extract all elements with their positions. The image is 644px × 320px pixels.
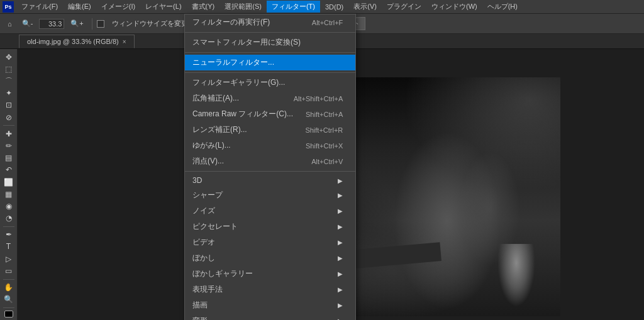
filter-re-apply-shortcut: Alt+Ctrl+F: [312, 19, 343, 26]
filter-lens[interactable]: レンズ補正(R)... Shift+Ctrl+R: [185, 122, 355, 138]
filter-distort-shortcut: Shift+Ctrl+X: [306, 142, 343, 150]
filter-render-arrow: ▶: [338, 286, 343, 293]
tool-zoom[interactable]: 🔍: [2, 294, 16, 305]
filter-wide-angle-shortcut: Alt+Shift+Ctrl+A: [294, 95, 343, 102]
filter-smart-convert[interactable]: スマートフィルター用に変換(S): [185, 35, 355, 50]
filter-re-apply-label: フィルターの再実行(F): [192, 17, 270, 28]
tool-separator-3: [3, 279, 14, 280]
tool-quick-select[interactable]: ✦: [2, 88, 16, 99]
filter-sharpen-label: シャープ: [192, 190, 223, 201]
zoom-input[interactable]: [39, 19, 64, 29]
filter-camera-raw-label: Camera Raw フィルター(C)...: [192, 109, 293, 119]
window-resize-checkbox[interactable]: [97, 20, 104, 28]
filter-re-apply[interactable]: フィルターの再実行(F) Alt+Ctrl+F: [185, 14, 355, 30]
toolbar-separator-1: [92, 18, 92, 30]
filter-sketch-label: 描画: [192, 300, 208, 311]
zoom-in-button[interactable]: 🔍+: [67, 18, 87, 30]
filter-noise-arrow: ▶: [338, 207, 343, 214]
tool-crop[interactable]: ⊡: [2, 100, 16, 111]
photo-sky: [403, 77, 560, 190]
filter-transform[interactable]: 変形 ▶: [185, 313, 355, 320]
filter-3d-label: 3D: [192, 176, 202, 185]
filter-video-label: ビデオ: [192, 237, 215, 248]
left-toolbar: ✥ ⬚ ⌒ ✦ ⊡ ⊘ ✚ ✏ ▤ ↶ ⬜ ▦ ◉ ◔ ✒ T ▷ ▭ ✋ 🔍: [0, 49, 18, 320]
filter-transform-arrow: ▶: [338, 317, 343, 320]
filter-blur-gallery[interactable]: ぼかしギャラリー ▶: [185, 266, 355, 282]
filter-transform-label: 変形: [192, 316, 208, 320]
tool-eraser[interactable]: ⬜: [2, 177, 16, 187]
filter-3d[interactable]: 3D ▶: [185, 174, 355, 187]
menu-file[interactable]: ファイル(F): [16, 1, 63, 13]
tool-history[interactable]: ↶: [2, 165, 16, 175]
filter-wide-angle-label: 広角補正(A)...: [192, 93, 239, 104]
zoom-out-button[interactable]: 🔍-: [18, 18, 37, 30]
filter-3d-arrow: ▶: [338, 177, 343, 184]
filter-video[interactable]: ビデオ ▶: [185, 234, 355, 250]
window-resize-button[interactable]: ウィンドウサイズを変更: [108, 17, 192, 30]
filter-distort[interactable]: ゆがみ(L)... Shift+Ctrl+X: [185, 138, 355, 153]
filter-vanish-label: 消点(V)...: [192, 156, 224, 167]
tool-lasso[interactable]: ⌒: [2, 75, 16, 86]
filter-camera-raw[interactable]: Camera Raw フィルター(C)... Shift+Ctrl+A: [185, 106, 355, 122]
tool-path-select[interactable]: ▷: [2, 253, 16, 264]
tool-blur[interactable]: ◉: [2, 201, 16, 211]
tool-hand[interactable]: ✋: [2, 282, 16, 292]
menu-view[interactable]: 表示(V): [348, 1, 382, 13]
tool-separator-1: [3, 125, 14, 126]
tool-separator-2: [3, 226, 14, 227]
filter-dropdown-menu: フィルターの再実行(F) Alt+Ctrl+F スマートフィルター用に変換(S)…: [184, 14, 356, 320]
tool-pen[interactable]: ✒: [2, 229, 16, 240]
menu-image[interactable]: イメージ(I): [96, 1, 140, 13]
filter-camera-raw-shortcut: Shift+Ctrl+A: [306, 111, 343, 118]
filter-sketch-arrow: ▶: [338, 302, 343, 309]
filter-lens-shortcut: Shift+Ctrl+R: [305, 126, 343, 134]
filter-render[interactable]: 表現手法 ▶: [185, 282, 355, 297]
foreground-color[interactable]: [4, 311, 13, 317]
tool-stamp[interactable]: ▤: [2, 153, 16, 163]
menu-text[interactable]: 書式(Y): [187, 1, 220, 13]
tool-dodge[interactable]: ◔: [2, 213, 16, 224]
filter-blur-arrow: ▶: [338, 255, 343, 262]
filter-pixelate-arrow: ▶: [338, 223, 343, 230]
filter-gallery[interactable]: フィルターギャラリー(G)...: [185, 75, 355, 91]
tool-gradient[interactable]: ▦: [2, 189, 16, 199]
filter-neural[interactable]: ニューラルフィルター...: [185, 55, 355, 70]
tool-heal[interactable]: ✚: [2, 128, 16, 139]
tool-rect-select[interactable]: ⬚: [2, 63, 16, 74]
tool-text[interactable]: T: [2, 241, 16, 252]
filter-noise[interactable]: ノイズ ▶: [185, 203, 355, 219]
menu-help[interactable]: ヘルプ(H): [482, 1, 523, 13]
tool-eyedropper[interactable]: ⊘: [2, 112, 16, 123]
menu-layer[interactable]: レイヤー(L): [140, 1, 186, 13]
menu-select[interactable]: 選択範囲(S): [219, 1, 267, 13]
filter-smart-convert-label: スマートフィルター用に変換(S): [192, 37, 301, 48]
menu-edit[interactable]: 編集(E): [63, 1, 96, 13]
filter-sketch[interactable]: 描画 ▶: [185, 297, 355, 313]
menu-filter[interactable]: フィルター(T): [267, 1, 320, 13]
menu-bar: Ps ファイル(F) 編集(E) イメージ(I) レイヤー(L) 書式(Y) 選…: [0, 0, 644, 14]
filter-wide-angle[interactable]: 広角補正(A)... Alt+Shift+Ctrl+A: [185, 91, 355, 106]
filter-blur-label: ぼかし: [192, 253, 215, 263]
filter-blur-gallery-label: ぼかしギャラリー: [192, 268, 253, 279]
tool-move[interactable]: ✥: [2, 52, 16, 62]
menu-3d[interactable]: 3D(D): [320, 2, 348, 12]
app-icon: Ps: [3, 1, 14, 13]
filter-vanish[interactable]: 消点(V)... Alt+Ctrl+V: [185, 153, 355, 169]
document-tab[interactable]: old-img.jpg @ 33.3% (RGB/8) ×: [19, 35, 135, 48]
filter-sep-3: [185, 72, 355, 73]
photo-person: [497, 244, 535, 307]
home-button[interactable]: ⌂: [4, 18, 16, 30]
filter-video-arrow: ▶: [338, 239, 343, 246]
filter-pixelate[interactable]: ピクセレート ▶: [185, 219, 355, 234]
filter-sharpen-arrow: ▶: [338, 192, 343, 199]
filter-distort-label: ゆがみ(L)...: [192, 140, 231, 151]
filter-blur[interactable]: ぼかし ▶: [185, 250, 355, 266]
filter-sharpen[interactable]: シャープ ▶: [185, 187, 355, 203]
filter-neural-label: ニューラルフィルター...: [192, 57, 274, 68]
tool-shape[interactable]: ▭: [2, 265, 16, 276]
tab-close-button[interactable]: ×: [123, 38, 126, 45]
tool-brush[interactable]: ✏: [2, 140, 16, 151]
menu-plugin[interactable]: プラグイン: [382, 1, 426, 13]
menu-window[interactable]: ウィンドウ(W): [426, 1, 482, 13]
filter-lens-label: レンズ補正(R)...: [192, 124, 247, 135]
